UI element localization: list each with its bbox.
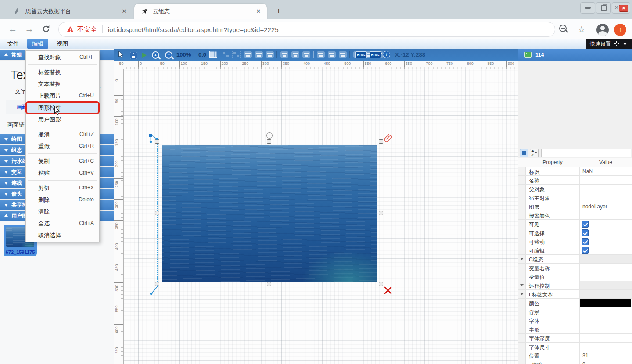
menu-item[interactable] <box>28 153 97 154</box>
property-row[interactable]: 报警颜色 <box>518 211 632 220</box>
resize-handle-bottom[interactable] <box>267 282 271 286</box>
save-icon[interactable] <box>130 52 137 59</box>
menu-item[interactable]: 用户图形 <box>26 114 99 125</box>
zoom-out-tool-icon[interactable] <box>165 51 172 59</box>
property-value[interactable] <box>580 176 632 184</box>
menu-item[interactable]: 剪切 Ctrl+X <box>26 182 99 194</box>
security-status[interactable]: 不安全 <box>77 25 97 34</box>
align-bottom-icon[interactable] <box>266 51 274 58</box>
property-value[interactable] <box>580 185 632 193</box>
connector-anchor-icon[interactable] <box>149 133 160 146</box>
html-export-icon[interactable]: HTML <box>356 51 367 58</box>
toolbar-icon[interactable] <box>277 51 277 58</box>
zoom-in-tool-icon[interactable] <box>152 51 159 59</box>
property-row[interactable]: 名称 <box>518 176 632 185</box>
align-center-icon[interactable] <box>291 51 299 58</box>
align-middle-icon[interactable] <box>255 51 263 58</box>
property-value[interactable]: NaN <box>580 167 632 175</box>
tab-dashboard[interactable]: 思普云大数据平台 <box>7 4 133 19</box>
menu-item[interactable]: 清除 <box>26 206 99 218</box>
property-value[interactable] <box>580 220 632 228</box>
html-preview-icon[interactable]: HTML <box>370 51 381 58</box>
color-swatch[interactable] <box>580 299 631 307</box>
checkbox-checked-icon[interactable] <box>582 221 589 228</box>
property-row[interactable]: 位置 31 <box>518 351 632 360</box>
ocean-image[interactable] <box>162 145 377 282</box>
forward-icon[interactable] <box>23 22 36 36</box>
menu-file[interactable]: 文件 <box>3 39 24 49</box>
grid-toggle-icon[interactable] <box>209 51 217 58</box>
quick-settings-bar[interactable]: 快速设置 <box>586 39 632 49</box>
checkbox-checked-icon[interactable] <box>582 238 589 245</box>
info-icon[interactable] <box>383 51 390 58</box>
update-icon[interactable] <box>614 24 626 36</box>
back-icon[interactable] <box>6 22 19 36</box>
menu-item[interactable]: 图形控件 <box>26 102 99 114</box>
menu-item[interactable]: 文本替换 <box>26 78 99 90</box>
distribute-vertical-icon[interactable] <box>328 51 336 58</box>
property-row[interactable]: 颜色 #000000 <box>518 299 632 307</box>
chevron-down-icon[interactable] <box>623 43 627 47</box>
property-row[interactable]: L标签文本 <box>518 290 632 299</box>
new-tab-icon[interactable] <box>273 5 284 17</box>
toolbar-icon[interactable] <box>350 51 350 58</box>
property-row[interactable]: 字体深度 <box>518 334 632 343</box>
close-window-icon[interactable] <box>612 2 630 14</box>
menu-item[interactable]: 上载图片 Ctrl+U <box>26 90 99 102</box>
rotation-handle[interactable] <box>266 132 273 139</box>
property-value[interactable]: 0 <box>580 360 632 364</box>
distribute-horizontal-icon[interactable] <box>317 51 325 58</box>
resize-handle-right[interactable] <box>379 211 383 215</box>
close-tab-icon[interactable] <box>120 7 128 15</box>
attach-clip-icon[interactable] <box>382 132 393 144</box>
property-row[interactable]: 标识 NaN <box>518 167 632 176</box>
dock-split-icon[interactable] <box>614 41 619 46</box>
property-row[interactable]: 变量值 <box>518 272 632 281</box>
property-value[interactable] <box>580 334 632 342</box>
property-row[interactable]: 字体 <box>518 316 632 325</box>
align-top-icon[interactable] <box>244 51 252 58</box>
url-text[interactable]: iot.idosp.net/html/scada/editor.aspx.htm… <box>108 26 555 33</box>
resize-handle-left[interactable] <box>155 211 159 215</box>
ungroup-objects-icon[interactable] <box>232 51 241 58</box>
property-value[interactable] <box>580 316 632 325</box>
resize-handle-bottomright[interactable] <box>379 282 383 286</box>
cursor-tool-icon[interactable] <box>118 51 124 59</box>
property-row[interactable]: 字形 <box>518 325 632 334</box>
align-left-icon[interactable] <box>280 51 288 58</box>
property-value[interactable]: #000000 <box>580 299 632 307</box>
url-bar[interactable]: 不安全 iot.idosp.net/html/scada/editor.aspx… <box>58 22 555 37</box>
star-icon[interactable] <box>576 24 587 35</box>
property-row[interactable]: 背景 <box>518 307 632 316</box>
group-objects-icon[interactable] <box>222 51 230 58</box>
menu-edit[interactable]: 编辑 <box>27 39 48 49</box>
property-value[interactable] <box>580 343 632 351</box>
property-value[interactable] <box>580 246 632 254</box>
property-value[interactable] <box>580 211 632 219</box>
menu-item[interactable]: 撤消 Ctrl+Z <box>26 128 99 140</box>
design-canvas[interactable] <box>124 69 518 364</box>
connector-line-icon[interactable] <box>150 285 159 296</box>
property-row[interactable]: 宿主对象 <box>518 193 632 202</box>
property-row[interactable]: 可见 <box>518 220 632 228</box>
reload-icon[interactable] <box>41 24 51 34</box>
delete-x-icon[interactable] <box>384 286 392 295</box>
property-row[interactable]: 字体尺寸 <box>518 343 632 351</box>
property-value[interactable] <box>580 255 632 263</box>
categorize-icon[interactable] <box>520 149 528 157</box>
menu-item[interactable] <box>28 180 97 181</box>
run-icon[interactable] <box>142 53 149 58</box>
property-row[interactable]: x偏移 0 <box>518 360 632 364</box>
property-row[interactable]: 图层 nodeLayer <box>518 202 632 211</box>
property-value[interactable]: 31 <box>580 351 632 360</box>
tab-scada-editor[interactable]: 云组态 <box>134 4 267 19</box>
menu-item[interactable]: 复制 Ctrl+C <box>26 155 99 167</box>
menu-item[interactable]: 重做 Ctrl+R <box>26 140 99 152</box>
menu-item[interactable]: 粘贴 Ctrl+V <box>26 167 99 179</box>
property-row[interactable]: 远程控制 <box>518 281 632 290</box>
property-value[interactable] <box>580 237 632 246</box>
property-row[interactable]: 可编辑 <box>518 246 632 255</box>
toolbar-icon[interactable] <box>313 51 314 58</box>
close-tab-icon[interactable] <box>255 7 262 15</box>
align-right-icon[interactable] <box>302 51 310 58</box>
